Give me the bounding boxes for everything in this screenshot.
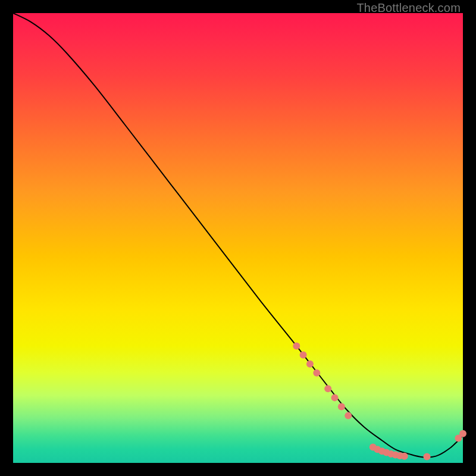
curve-marker [345, 412, 352, 419]
bottleneck-curve-path [13, 13, 463, 458]
curve-marker [324, 385, 331, 392]
curve-marker [338, 403, 345, 411]
curve-svg [13, 13, 463, 463]
curve-marker [300, 352, 307, 359]
curve-marker [331, 394, 339, 401]
curve-marker [306, 361, 314, 368]
chart-stage: TheBottleneck.com [0, 0, 476, 476]
curve-marker [459, 430, 466, 437]
curve-markers [293, 342, 466, 460]
curve-marker [401, 453, 408, 460]
curve-marker [293, 342, 300, 349]
curve-marker [313, 369, 320, 377]
curve-marker [424, 453, 431, 460]
plot-area [13, 13, 463, 463]
